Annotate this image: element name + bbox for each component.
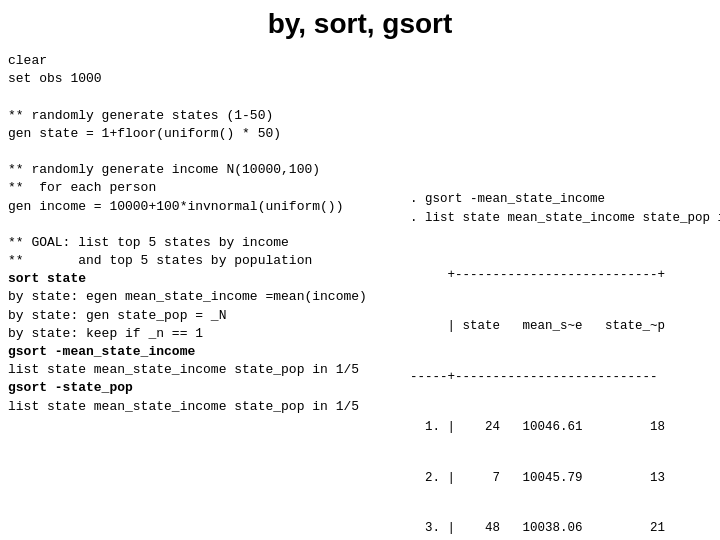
table1-separator: -----+---------------------------: [410, 369, 720, 386]
left-panel: clear set obs 1000 ** randomly generate …: [8, 52, 408, 416]
line-goal1: ** GOAL: list top 5 states by income: [8, 234, 408, 252]
table1-row2: 2. | 7 10045.79 13: [410, 470, 720, 487]
line-comment2: ** randomly generate income N(10000,100): [8, 161, 408, 179]
line-sort: sort state: [8, 270, 408, 288]
line-set-obs: set obs 1000: [8, 70, 408, 88]
line-by-gen: by state: gen state_pop = _N: [8, 307, 408, 325]
line-by-egen: by state: egen mean_state_income =mean(i…: [8, 288, 408, 306]
table1: +---------------------------+ | state me…: [410, 234, 720, 541]
line-clear: clear: [8, 52, 408, 70]
line-gsort2: gsort -state_pop: [8, 379, 408, 397]
page-title: by, sort, gsort: [0, 0, 720, 50]
line-comment1: ** randomly generate states (1-50): [8, 107, 408, 125]
code-block: clear set obs 1000 ** randomly generate …: [8, 52, 408, 416]
line-blank3: [8, 216, 408, 234]
line-list2: list state mean_state_income state_pop i…: [8, 398, 408, 416]
right-cmd1: . gsort -mean_state_income: [410, 190, 720, 209]
line-blank2: [8, 143, 408, 161]
line-comment3: ** for each person: [8, 179, 408, 197]
right-panel: . gsort -mean_state_income . list state …: [410, 190, 720, 540]
line-list1: list state mean_state_income state_pop i…: [8, 361, 408, 379]
line-blank1: [8, 88, 408, 106]
line-by-keep: by state: keep if _n == 1: [8, 325, 408, 343]
table1-header: | state mean_s~e state_~p: [410, 318, 720, 335]
line-gen-state: gen state = 1+floor(uniform() * 50): [8, 125, 408, 143]
table1-separator-top: +---------------------------+: [410, 267, 720, 284]
right-cmd2: . list state mean_state_income state_pop…: [410, 209, 720, 228]
table1-row1: 1. | 24 10046.61 18: [410, 419, 720, 436]
line-gsort1: gsort -mean_state_income: [8, 343, 408, 361]
line-goal2: ** and top 5 states by population: [8, 252, 408, 270]
line-gen-income: gen income = 10000+100*invnormal(uniform…: [8, 198, 408, 216]
table1-row3: 3. | 48 10038.06 21: [410, 520, 720, 537]
